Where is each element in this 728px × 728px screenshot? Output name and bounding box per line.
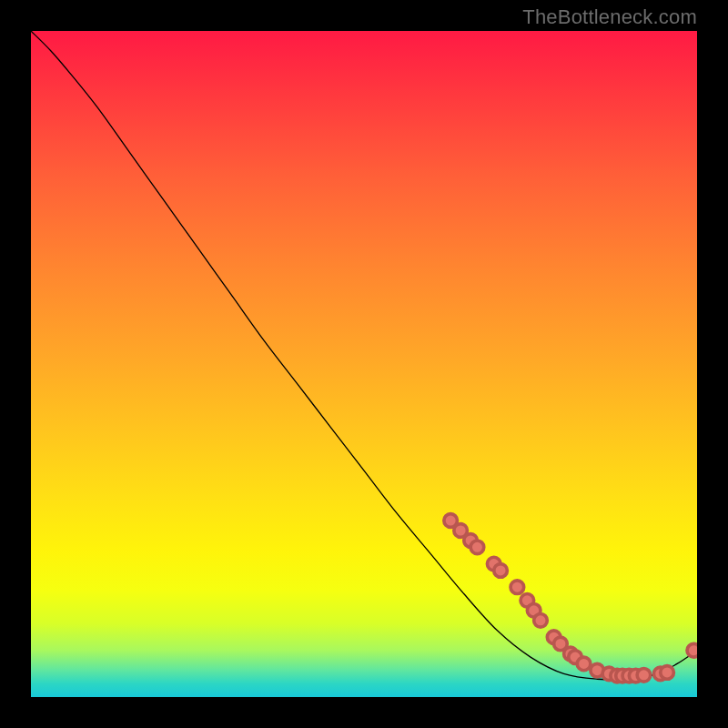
chart-frame: TheBottleneck.com — [0, 0, 728, 728]
bottleneck-curve — [31, 31, 697, 680]
curve-dots — [444, 514, 697, 682]
data-dot — [577, 657, 591, 671]
data-dot — [511, 581, 524, 594]
curve-svg — [31, 31, 697, 697]
data-dot — [661, 666, 674, 680]
data-dot — [534, 614, 548, 628]
data-dot — [494, 564, 508, 578]
data-dot — [470, 541, 484, 554]
plot-area — [31, 31, 697, 697]
data-dot — [637, 669, 651, 682]
watermark-text: TheBottleneck.com — [522, 5, 697, 29]
data-dot — [687, 643, 697, 657]
